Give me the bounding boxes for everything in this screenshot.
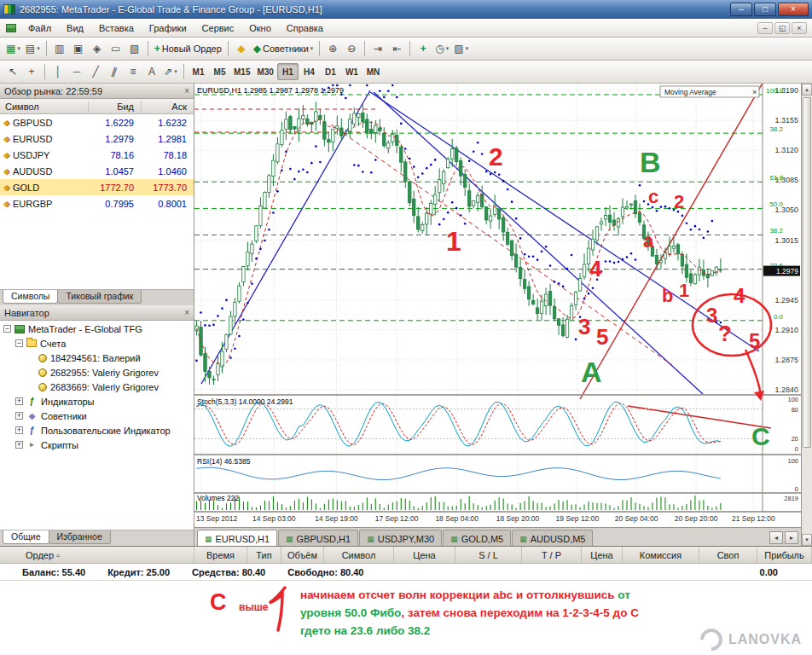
terminal-column-6[interactable]: S / L — [455, 547, 522, 563]
market-watch-tab-Тиковый график[interactable]: Тиковый график — [57, 290, 142, 304]
tab-scroll-right-icon[interactable]: ▸ — [785, 531, 798, 544]
tree-expander-icon[interactable]: + — [15, 412, 23, 420]
text-label-button[interactable]: A — [142, 62, 161, 81]
column-header-Символ[interactable]: Символ — [0, 101, 88, 112]
auto-scroll-button[interactable]: ⇥ — [368, 39, 387, 58]
arrow-tool-button[interactable]: ⇗▾ — [161, 62, 180, 81]
terminal-column-3[interactable]: Объём — [281, 547, 324, 563]
scrollbar-thumb[interactable] — [803, 97, 811, 448]
navigator-tab-Избранное[interactable]: Избранное — [49, 530, 111, 544]
metaeditor-button[interactable]: ◆ — [232, 39, 251, 58]
template-selector-dropdown-icon[interactable]: ▾ — [466, 45, 469, 52]
zoom-out-button[interactable]: ⊖ — [342, 39, 361, 58]
column-header-Бид[interactable]: Бид — [88, 101, 141, 112]
market-watch-row-EURUSD[interactable]: ◆EURUSD1.29791.2981 — [0, 130, 194, 147]
column-header-Аск[interactable]: Аск — [141, 101, 194, 112]
data-window-toggle-button[interactable]: ▣ — [69, 39, 88, 58]
timeframe-M15[interactable]: M15 — [230, 63, 253, 80]
new-order-button[interactable]: +Новый Ордер — [152, 39, 224, 58]
market-watch-row-USDJPY[interactable]: ◆USDJPY78.1678.18 — [0, 147, 194, 163]
menu-item-Файл[interactable]: Файл — [20, 20, 59, 36]
terminal-column-9[interactable]: Комиссия — [623, 547, 699, 563]
menu-item-Вид[interactable]: Вид — [59, 20, 91, 36]
market-watch-row-AUDUSD[interactable]: ◆AUDUSD1.04571.0460 — [0, 163, 194, 179]
navigator-item[interactable]: +ƒПользовательские Индикатор — [0, 423, 194, 438]
period-selector-button[interactable]: ◷▾ — [432, 39, 451, 58]
period-selector-dropdown-icon[interactable]: ▾ — [446, 45, 450, 52]
market-watch-row-GBPUSD[interactable]: ◆GBPUSD1.62291.6232 — [0, 114, 194, 130]
market-watch-close-icon[interactable]: × — [184, 86, 189, 96]
market-watch-header[interactable]: Обзор рынка: 22:59:59 × — [0, 84, 194, 99]
timeframe-W1[interactable]: W1 — [341, 63, 362, 80]
terminal-column-8[interactable]: Цена — [582, 547, 623, 563]
market-watch-row-GOLD[interactable]: ◆GOLD1772.701773.70 — [0, 179, 194, 195]
navigator-item[interactable]: −MetaTrader - E-Global TFG — [0, 322, 194, 336]
terminal-column-0[interactable]: Ордер▵ — [0, 547, 194, 563]
navigator-item[interactable]: 184294561: Валерий — [0, 351, 194, 365]
new-chart-dropdown-icon[interactable]: ▾ — [17, 45, 20, 52]
chart-shift-button[interactable]: ⇤ — [387, 39, 406, 58]
expert-advisors-dropdown-icon[interactable]: ▾ — [310, 45, 314, 52]
timeframe-M5[interactable]: M5 — [209, 63, 230, 80]
mdi-close-button[interactable]: × — [792, 22, 807, 34]
indicator-close-icon[interactable]: × — [752, 88, 757, 96]
terminal-column-11[interactable]: Прибыль — [757, 547, 812, 563]
indicators-list-button[interactable]: + — [414, 39, 432, 58]
navigator-item[interactable]: +ƒИндикаторы — [0, 394, 194, 409]
navigator-tab-Общие[interactable]: Общие — [3, 530, 49, 544]
price-chart[interactable]: 13 Sep 201214 Sep 03:0014 Sep 19:0017 Se… — [194, 84, 801, 527]
timeframe-MN[interactable]: MN — [362, 63, 384, 80]
fibonacci-retracement-button[interactable]: ≡ — [124, 62, 142, 81]
cursor-button[interactable]: ↖ — [3, 62, 22, 81]
timeframe-D1[interactable]: D1 — [320, 63, 341, 80]
timeframe-M1[interactable]: M1 — [188, 63, 209, 80]
terminal-column-4[interactable]: Символ — [324, 547, 394, 563]
maximize-button[interactable]: □ — [754, 3, 776, 16]
navigator-item[interactable]: 2683669: Valeriy Grigorev — [0, 380, 194, 394]
navigator-toggle-button[interactable]: ◈ — [88, 39, 107, 58]
navigator-close-icon[interactable]: × — [184, 308, 189, 317]
timeframe-H1[interactable]: H1 — [277, 63, 299, 80]
mdi-restore-button[interactable]: ◱ — [774, 22, 790, 34]
tree-expander-icon[interactable]: − — [15, 339, 23, 347]
scroll-down-icon[interactable]: ▼ — [802, 534, 812, 546]
terminal-column-1[interactable]: Время — [194, 547, 247, 563]
zoom-in-button[interactable]: ⊕ — [323, 39, 342, 58]
trendline-button[interactable]: ╱ — [86, 62, 105, 81]
tree-expander-icon[interactable]: + — [15, 426, 23, 434]
chart-tab-USDJPY,M30[interactable]: ▦USDJPY,M30 — [359, 530, 442, 546]
chart-tab-GBPUSD,H1[interactable]: ▦GBPUSD,H1 — [278, 530, 358, 546]
close-button[interactable]: × — [778, 3, 809, 16]
terminal-column-7[interactable]: T / P — [522, 547, 582, 563]
chart-tab-GOLD,M5[interactable]: ▦GOLD,M5 — [443, 530, 511, 546]
title-bar[interactable]: 2682955: MetaTrader - E-Global Trade & F… — [0, 0, 812, 19]
terminal-column-5[interactable]: Цена — [394, 547, 455, 563]
strategy-tester-button[interactable]: ▧ — [125, 39, 144, 58]
profiles-dropdown-icon[interactable]: ▾ — [37, 45, 40, 52]
terminal-column-2[interactable]: Тип — [247, 547, 281, 563]
navigator-header[interactable]: Навигатор × — [0, 305, 194, 321]
expert-advisors-button[interactable]: ◆Советники▾ — [251, 39, 316, 58]
arrow-tool-dropdown-icon[interactable]: ▾ — [174, 68, 177, 75]
template-selector-button[interactable]: ▨▾ — [451, 39, 471, 58]
navigator-item[interactable]: −Счета — [0, 336, 194, 351]
tab-scroll-left-icon[interactable]: ◂ — [769, 531, 783, 544]
menu-item-Окно[interactable]: Окно — [241, 20, 279, 36]
market-watch-tab-Символы[interactable]: Символы — [3, 290, 58, 304]
horizontal-line-button[interactable]: ─ — [67, 62, 86, 81]
menu-item-Справка[interactable]: Справка — [279, 20, 331, 36]
market-watch-toggle-button[interactable]: ▥ — [50, 39, 69, 58]
timeframe-M30[interactable]: M30 — [253, 63, 276, 80]
navigator-item[interactable]: +◆Советники — [0, 409, 194, 423]
tree-expander-icon[interactable]: − — [3, 325, 11, 333]
market-watch-row-EURGBP[interactable]: ◆EURGBP0.79950.8001 — [0, 195, 194, 212]
crosshair-button[interactable]: + — [22, 62, 41, 81]
chart-vertical-scrollbar[interactable]: ▲ ▼ — [801, 84, 812, 546]
scrollbar-track[interactable] — [802, 96, 812, 534]
tree-expander-icon[interactable]: + — [15, 397, 23, 405]
scroll-up-icon[interactable]: ▲ — [802, 84, 812, 96]
mdi-minimize-button[interactable]: – — [757, 22, 773, 34]
terminal-toggle-button[interactable]: ▭ — [107, 39, 125, 58]
navigator-item[interactable]: 2682955: Valeriy Grigorev — [0, 365, 194, 380]
menu-item-Графики[interactable]: Графики — [142, 20, 194, 36]
